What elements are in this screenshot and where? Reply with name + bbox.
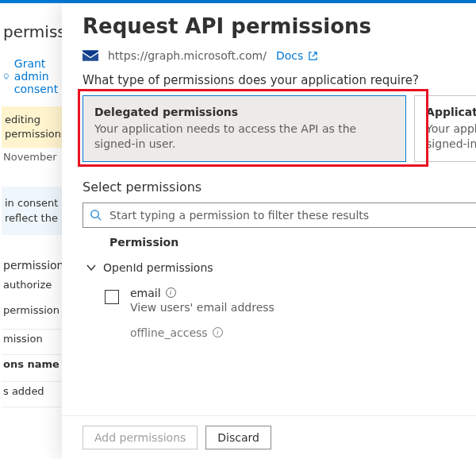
permission-item-offline-access: offline_access i xyxy=(83,322,476,339)
offline-permission-name-row: offline_access i xyxy=(130,326,223,339)
api-row: https://graph.microsoft.com/ Docs xyxy=(83,49,476,62)
permission-column-header: Permission xyxy=(83,228,476,255)
docs-link[interactable]: Docs xyxy=(276,49,318,62)
info-icon[interactable]: i xyxy=(166,287,176,298)
bg-separator xyxy=(2,354,71,355)
application-card-desc-line1: Your applica xyxy=(426,122,476,137)
permission-type-question: What type of permissions does your appli… xyxy=(83,73,476,87)
email-permission-text: email i View users' email address xyxy=(130,287,274,314)
stage: permissions Grant admin consent editing … xyxy=(0,3,476,459)
panel-body: Request API permissions https://graph.mi… xyxy=(62,3,476,415)
bg-info-line2: reflect the xyxy=(5,211,68,226)
bg-separator xyxy=(2,407,71,407)
feedback-icon xyxy=(3,70,10,83)
bg-warning-text: editing permissions xyxy=(5,114,67,140)
delegated-permissions-card[interactable]: Delegated permissions Your application n… xyxy=(83,95,406,162)
panel-footer: Add permissions Discard xyxy=(62,415,476,459)
search-icon xyxy=(90,209,102,221)
delegated-card-desc: Your application needs to access the API… xyxy=(94,122,394,152)
application-card-title: Application xyxy=(426,106,476,118)
bg-info-line1: in consent xyxy=(5,196,68,210)
permission-type-cards: Delegated permissions Your application n… xyxy=(83,95,476,162)
application-permissions-card[interactable]: Application Your applica signed-in us xyxy=(414,95,476,162)
chevron-down-icon xyxy=(86,262,97,273)
application-card-desc-line2: signed-in us xyxy=(426,137,476,152)
panel-title: Request API permissions xyxy=(83,14,476,38)
permission-search-input[interactable] xyxy=(108,208,476,222)
info-icon[interactable]: i xyxy=(213,327,223,338)
select-permissions-label: Select permissions xyxy=(83,179,476,195)
bg-separator xyxy=(2,329,71,330)
request-api-permissions-panel: Request API permissions https://graph.mi… xyxy=(62,3,476,459)
bg-info-banner: in consent reflect the xyxy=(2,187,71,234)
email-permission-desc: View users' email address xyxy=(130,301,274,314)
svg-point-0 xyxy=(91,210,98,218)
permission-search[interactable] xyxy=(83,202,476,228)
email-permission-name-row: email i xyxy=(130,287,274,299)
bg-warning-banner: editing permissions xyxy=(2,106,71,148)
openid-permissions-group[interactable]: OpenId permissions xyxy=(83,255,476,280)
delegated-card-title: Delegated permissions xyxy=(94,106,394,118)
svg-line-1 xyxy=(98,218,101,221)
api-url: https://graph.microsoft.com/ xyxy=(108,49,267,62)
discard-button[interactable]: Discard xyxy=(205,426,271,449)
permission-item-email: email i View users' email address xyxy=(83,280,476,322)
email-permission-checkbox[interactable] xyxy=(105,290,119,304)
docs-link-label: Docs xyxy=(276,49,303,62)
openid-group-label: OpenId permissions xyxy=(103,261,213,274)
email-permission-name: email xyxy=(130,287,161,299)
bg-separator xyxy=(2,381,71,382)
background-page: permissions Grant admin consent editing … xyxy=(0,3,71,459)
mail-icon xyxy=(83,50,98,61)
external-link-icon xyxy=(308,51,318,61)
add-permissions-button[interactable]: Add permissions xyxy=(83,426,198,449)
offline-permission-name: offline_access xyxy=(130,326,208,339)
permission-column-label: Permission xyxy=(109,236,178,249)
